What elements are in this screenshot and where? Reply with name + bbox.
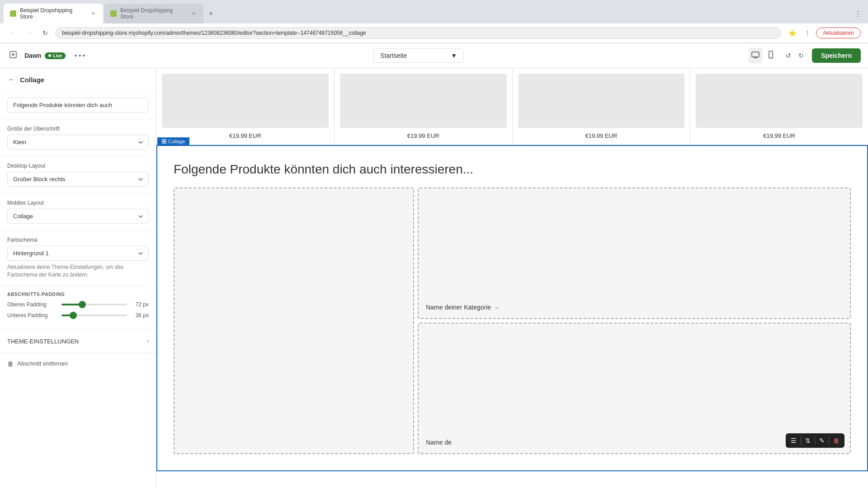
theme-settings-label: THEME-EINSTELLUNGEN [7,338,79,345]
block-toolbar-move-button[interactable]: ☰ [788,435,799,446]
save-button[interactable]: Speichern [812,48,861,63]
home-button[interactable] [7,49,19,62]
tab-close-2[interactable]: ✕ [190,10,197,17]
dropdown-chevron-icon: ▼ [451,52,457,59]
heading-input[interactable] [7,98,149,113]
collage-block-3[interactable]: Name de ☰ ⇅ ✎ 🗑 [418,323,851,454]
svg-rect-5 [165,140,166,141]
collage-section-tab[interactable]: Collage [157,137,189,145]
bookmark-button[interactable]: ⭐ [786,28,799,38]
top-padding-control: Oberes Padding 72 px [7,301,149,308]
theme-settings-section: THEME-EINSTELLUNGEN ‹ [0,330,156,353]
collage-section: Collage Folgende Produkte könnten dich a… [156,145,868,471]
back-button[interactable]: ← [7,28,19,38]
bottom-padding-value: 36 px [132,312,149,319]
sidebar-back-button[interactable]: ← [7,75,16,84]
product-card-2: €19,99 EUR [335,68,513,145]
delete-section-label: Abschnitt entfernen [17,360,68,367]
heading-size-label: Größe der Überschrift [7,126,149,132]
live-label: Live [53,53,62,58]
product-price-2: €19,99 EUR [340,132,507,139]
redo-button[interactable]: ↻ [796,49,807,62]
desktop-layout-section: Desktop-Layout Großer Block rechts Große… [0,156,156,193]
toolbar-history: ↺ ↻ [783,49,807,62]
mobile-layout-label: Mobiles Layout [7,200,149,206]
browser-chrome: Beispiel Dropshipping Store · ✕ Beispiel… [0,0,868,43]
product-card-1: €19,99 EUR [156,68,335,145]
page-selector: Startseite ▼ [94,48,743,63]
product-price-3: €19,99 EUR [518,132,685,139]
tab-label-1: Beispiel Dropshipping Store · [20,7,86,20]
mobile-view-button[interactable] [764,48,778,63]
product-image-3 [518,74,685,128]
color-hint-text: Aktualisiere deine Theme-Einstellungen, … [7,263,149,279]
delete-section-row[interactable]: 🗑 Abschnitt entfernen [0,353,156,374]
collage-inner: Folgende Produkte könnten dich auch inte… [157,146,867,470]
view-mode-buttons [749,48,778,63]
reload-button[interactable]: ↻ [40,28,51,38]
theme-settings-row[interactable]: THEME-EINSTELLUNGEN ‹ [7,336,149,347]
toolbar-theme: Dawn Live [24,52,66,59]
shopify-favicon-1 [10,10,16,17]
desktop-layout-select[interactable]: Großer Block rechts Großer Block links G… [7,172,149,187]
color-scheme-label: Farbschema [7,237,149,243]
page-dropdown[interactable]: Startseite ▼ [373,48,464,63]
mobile-layout-section: Mobiles Layout Collage Kolumne Reihe [0,193,156,230]
padding-section: ABSCHNITTS-PADDING Oberes Padding 72 px … [0,286,156,330]
live-badge: Live [45,52,66,59]
browser-tab-2[interactable]: Beispiel Dropshipping Store · ✕ [104,4,203,23]
block-toolbar-edit-button[interactable]: ✎ [817,435,827,446]
live-dot [48,54,51,57]
undo-button[interactable]: ↺ [783,49,794,62]
svg-rect-4 [162,140,164,141]
bottom-padding-label: Unteres Padding [7,312,57,319]
collage-heading: Folgende Produkte könnten dich auch inte… [174,162,851,177]
padding-section-heading: ABSCHNITTS-PADDING [7,292,149,297]
browser-tabs: Beispiel Dropshipping Store · ✕ Beispiel… [0,0,868,23]
heading-size-select[interactable]: Klein Mittel Groß [7,135,149,150]
tab-extras: ⋮ [852,7,864,21]
color-scheme-select[interactable]: Hintergrund 1 Hintergrund 2 Hintergrund … [7,246,149,261]
mobile-layout-select[interactable]: Collage Kolumne Reihe [7,209,149,224]
heading-size-section: Größe der Überschrift Klein Mittel Groß [0,119,156,156]
product-strip: €19,99 EUR €19,99 EUR €19,99 EUR €19,99 … [156,68,868,145]
address-bar[interactable]: beispiel-dropshipping-store.myshopify.co… [55,27,781,39]
browser-addressbar: ← → ↻ beispiel-dropshipping-store.myshop… [0,23,868,43]
block-1-arrow-icon: → [494,304,500,311]
svg-point-3 [770,56,771,57]
theme-name: Dawn [24,52,41,59]
bottom-padding-control: Unteres Padding 36 px [7,312,149,319]
toolbar-divider-2 [815,436,815,445]
svg-rect-6 [162,142,164,144]
product-card-4: €19,99 EUR [690,68,868,145]
collage-block-2[interactable] [174,188,414,454]
more-options-button[interactable]: • • • [71,50,88,61]
sidebar-header: ← Collage [0,68,156,91]
desktop-layout-label: Desktop-Layout [7,163,149,169]
block-toolbar-reorder-button[interactable]: ⇅ [803,435,813,446]
top-padding-slider[interactable] [61,304,127,305]
shopify-favicon-2 [110,10,117,17]
block-toolbar-delete-button[interactable]: 🗑 [831,435,842,446]
tab-close-1[interactable]: ✕ [90,10,97,17]
update-button[interactable]: Aktualisieren [816,28,861,38]
toolbar-divider-1 [801,436,801,445]
browser-tab-1[interactable]: Beispiel Dropshipping Store · ✕ [4,4,103,23]
block-3-label: Name de [426,439,452,446]
browser-menu-button[interactable]: ⋮ [802,28,813,38]
tab-label-2: Beispiel Dropshipping Store · [120,7,187,20]
top-padding-label: Oberes Padding [7,301,57,308]
color-scheme-section: Farbschema Hintergrund 1 Hintergrund 2 H… [0,230,156,286]
collage-block-1[interactable]: Name deiner Kategorie → [418,188,851,319]
svg-rect-1 [752,52,759,57]
toolbar-divider-3 [829,436,829,445]
product-image-4 [696,74,863,128]
desktop-view-button[interactable] [749,48,762,63]
app-layout: Dawn Live • • • Startseite ▼ ↺ ↻ Speic [0,43,868,488]
collage-tab-label: Collage [168,139,185,144]
new-tab-button[interactable]: + [204,7,217,20]
bottom-padding-slider[interactable] [61,314,127,316]
product-price-4: €19,99 EUR [696,132,863,139]
top-padding-value: 72 px [132,301,149,308]
forward-button[interactable]: → [24,28,35,38]
